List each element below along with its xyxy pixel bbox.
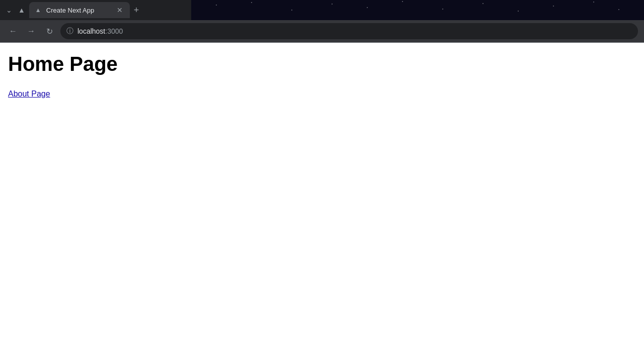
reload-icon: ↻: [46, 27, 53, 36]
address-domain: localhost: [77, 27, 105, 35]
back-button[interactable]: ←: [6, 24, 20, 38]
new-tab-button[interactable]: +: [130, 3, 143, 18]
page-content: Home Page About Page: [0, 43, 644, 109]
tab-upload-icon[interactable]: ▲: [16, 4, 27, 16]
page-title: Home Page: [8, 53, 636, 75]
forward-button[interactable]: →: [24, 24, 38, 38]
browser-separator: [0, 42, 644, 43]
back-icon: ←: [9, 27, 17, 36]
address-port: :3000: [105, 27, 123, 35]
site-info-icon[interactable]: ⓘ: [66, 27, 73, 36]
tab-favicon-icon: ▲: [35, 7, 42, 14]
tab-title: Create Next App: [46, 7, 112, 14]
browser-chrome: ⌄ ▲ ▲ Create Next App ✕ + ← → ↻ ⓘ localh…: [0, 0, 644, 43]
browser-tab-active[interactable]: ▲ Create Next App ✕: [29, 2, 130, 18]
tab-list-chevron-icon[interactable]: ⌄: [4, 4, 14, 16]
forward-icon: →: [27, 27, 35, 36]
tab-controls-left: ⌄ ▲: [4, 4, 27, 16]
about-page-link[interactable]: About Page: [8, 89, 50, 98]
address-input[interactable]: ⓘ localhost:3000: [60, 23, 638, 39]
tab-bar: ⌄ ▲ ▲ Create Next App ✕ +: [0, 0, 644, 20]
address-text: localhost:3000: [77, 27, 632, 35]
reload-button[interactable]: ↻: [42, 24, 56, 38]
address-bar: ← → ↻ ⓘ localhost:3000: [0, 20, 644, 42]
tab-close-button[interactable]: ✕: [116, 6, 124, 14]
